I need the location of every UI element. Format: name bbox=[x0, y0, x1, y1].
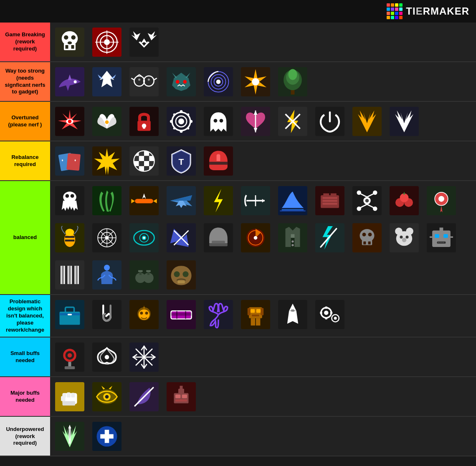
tree-icon[interactable] bbox=[275, 64, 310, 99]
svg-point-182 bbox=[362, 232, 366, 236]
svg-rect-298 bbox=[175, 399, 187, 401]
triquetra-icon[interactable] bbox=[89, 339, 124, 375]
squid-icon[interactable] bbox=[52, 183, 87, 218]
gears-icon[interactable] bbox=[312, 297, 347, 332]
starburst-eye-icon[interactable] bbox=[52, 103, 87, 139]
robot-head-icon[interactable] bbox=[423, 220, 459, 255]
eye-target-icon[interactable] bbox=[126, 220, 162, 255]
heart-arrow-icon[interactable] bbox=[238, 103, 273, 139]
logo-text: TiERMAKER bbox=[406, 5, 469, 17]
shield-t-icon[interactable]: T bbox=[163, 143, 199, 179]
lightning-x-icon[interactable] bbox=[275, 103, 310, 139]
x-feather-icon[interactable] bbox=[163, 220, 199, 255]
bars-icon[interactable] bbox=[52, 257, 87, 292]
pin-icon[interactable] bbox=[423, 183, 459, 218]
wing-sword-icon[interactable] bbox=[52, 418, 87, 454]
svg-rect-197 bbox=[440, 242, 442, 243]
piston-icon[interactable] bbox=[52, 339, 87, 375]
tier-row-underpowered: Underpowered (rework required) bbox=[0, 417, 476, 456]
lotus-icon[interactable] bbox=[89, 103, 124, 139]
wing-white-icon[interactable] bbox=[386, 103, 422, 139]
eye-spiral-icon[interactable] bbox=[200, 64, 236, 99]
svg-rect-166 bbox=[209, 243, 228, 246]
tier-items-balanced bbox=[50, 181, 476, 294]
grenades-icon[interactable] bbox=[126, 257, 162, 292]
radar-eye-icon[interactable] bbox=[238, 220, 273, 255]
shark-fin-icon[interactable] bbox=[275, 183, 310, 218]
glasses-icon[interactable] bbox=[126, 64, 162, 99]
mask-icon[interactable] bbox=[163, 257, 199, 292]
barrier-icon[interactable] bbox=[163, 297, 199, 332]
target-icon[interactable] bbox=[89, 24, 124, 60]
skull-icon[interactable] bbox=[52, 24, 87, 60]
star-spiky-icon[interactable] bbox=[89, 143, 124, 179]
svg-rect-246 bbox=[261, 308, 263, 315]
svg-rect-108 bbox=[135, 199, 153, 203]
svg-point-267 bbox=[104, 355, 109, 360]
web-icon[interactable] bbox=[89, 220, 124, 255]
fist-icon[interactable] bbox=[52, 379, 87, 414]
claw-green-icon[interactable] bbox=[89, 183, 124, 218]
svg-rect-243 bbox=[256, 309, 261, 312]
power-icon[interactable] bbox=[312, 103, 347, 139]
svg-rect-251 bbox=[315, 300, 344, 329]
svg-rect-49 bbox=[143, 126, 145, 128]
svg-rect-244 bbox=[252, 315, 259, 316]
wing-gold-icon[interactable] bbox=[349, 103, 385, 139]
bear-icon[interactable] bbox=[386, 220, 422, 255]
hawk-eye-icon[interactable] bbox=[89, 379, 124, 414]
bird-icon[interactable] bbox=[89, 64, 124, 99]
shark-icon[interactable] bbox=[52, 64, 87, 99]
svg-rect-123 bbox=[323, 193, 329, 197]
mech-icon[interactable] bbox=[238, 297, 273, 332]
medic-icon[interactable] bbox=[89, 418, 124, 454]
tentacles-icon[interactable] bbox=[200, 297, 236, 332]
star-cross-icon[interactable] bbox=[238, 64, 273, 99]
tie-icon[interactable] bbox=[275, 297, 310, 332]
svg-rect-238 bbox=[171, 312, 191, 315]
svg-point-54 bbox=[180, 110, 182, 113]
svg-point-219 bbox=[174, 271, 180, 277]
snowflake-icon[interactable] bbox=[126, 339, 162, 375]
hooks-icon[interactable] bbox=[89, 297, 124, 332]
meditation-icon[interactable] bbox=[89, 257, 124, 292]
rocket-arrow-icon[interactable] bbox=[126, 183, 162, 218]
drone-icon[interactable] bbox=[349, 183, 385, 218]
helmet-2-icon[interactable] bbox=[200, 220, 236, 255]
demon-icon[interactable] bbox=[163, 64, 199, 99]
svg-rect-286 bbox=[61, 396, 66, 401]
svg-point-56 bbox=[170, 120, 172, 123]
svg-point-253 bbox=[324, 310, 329, 315]
skull-2-icon[interactable] bbox=[349, 220, 385, 255]
svg-point-174 bbox=[291, 244, 294, 246]
svg-rect-198 bbox=[442, 242, 444, 243]
cards-icon[interactable] bbox=[52, 143, 87, 179]
svg-rect-241 bbox=[249, 307, 262, 318]
helmet-icon[interactable] bbox=[200, 143, 236, 179]
lock-icon[interactable] bbox=[126, 103, 162, 139]
bee-icon[interactable] bbox=[52, 220, 87, 255]
toolbox-icon[interactable] bbox=[52, 297, 87, 332]
lightning-bolt-icon[interactable] bbox=[200, 183, 236, 218]
feather-slash-icon[interactable] bbox=[126, 379, 162, 414]
svg-point-53 bbox=[178, 118, 184, 124]
svg-rect-4 bbox=[71, 45, 74, 49]
gear-ring-icon[interactable] bbox=[163, 103, 199, 139]
ghost-icon[interactable] bbox=[200, 103, 236, 139]
gadget-icon[interactable] bbox=[163, 379, 199, 414]
svg-point-28 bbox=[183, 80, 187, 83]
armor-icon[interactable] bbox=[312, 183, 347, 218]
vest-icon[interactable] bbox=[275, 220, 310, 255]
crossbow-icon[interactable] bbox=[238, 183, 273, 218]
svg-point-183 bbox=[368, 232, 372, 236]
svg-text:T: T bbox=[178, 156, 184, 166]
lightning-slash-icon[interactable] bbox=[312, 220, 347, 255]
dragon-icon[interactable] bbox=[126, 24, 162, 60]
svg-point-147 bbox=[65, 229, 74, 236]
berry-icon[interactable] bbox=[386, 183, 422, 218]
svg-rect-172 bbox=[291, 234, 294, 238]
tier-label-small-buffs: Small buffs needed bbox=[0, 338, 50, 376]
plane-icon[interactable] bbox=[163, 183, 199, 218]
lion-icon[interactable] bbox=[126, 297, 162, 332]
checkerboard-icon[interactable] bbox=[126, 143, 162, 179]
